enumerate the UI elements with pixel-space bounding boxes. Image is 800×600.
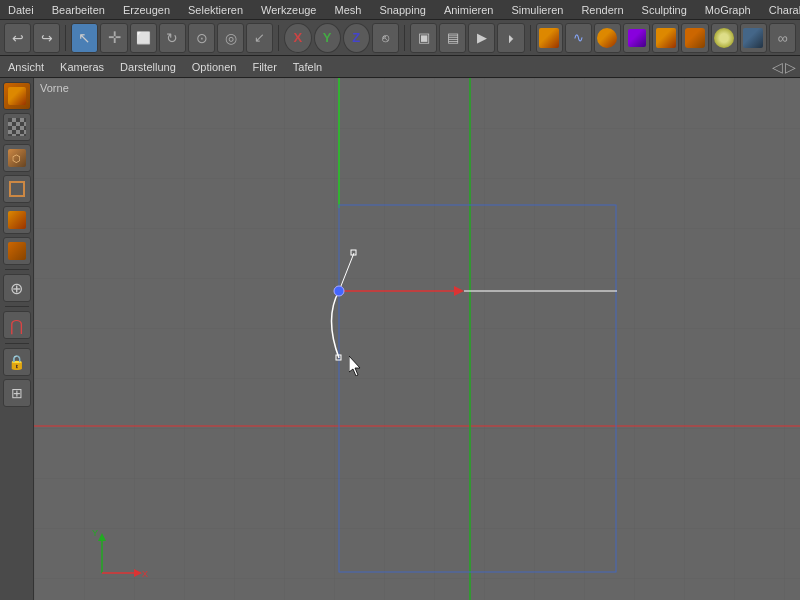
lock-icon: 🔒 <box>8 354 25 370</box>
move-button[interactable]: ✛ <box>100 23 127 53</box>
y-axis-icon: Y <box>323 30 332 45</box>
grid-tool-btn[interactable]: ⊞ <box>3 379 31 407</box>
select3-icon: ◎ <box>225 30 237 46</box>
menu-selektieren[interactable]: Selektieren <box>184 4 247 16</box>
menu-bar: Datei Bearbeiten Erzeugen Selektieren We… <box>0 0 800 20</box>
spline-button[interactable]: ∿ <box>565 23 592 53</box>
render-full-button[interactable]: ▶ <box>468 23 495 53</box>
sidebar-sep-2 <box>5 306 29 307</box>
view-toolbar: Ansicht Kameras Darstellung Optionen Fil… <box>0 56 800 78</box>
select2-button[interactable]: ⊙ <box>188 23 215 53</box>
viewport-canvas: Y X <box>34 78 800 600</box>
menu-snapping[interactable]: Snapping <box>375 4 430 16</box>
rotate-icon: ↻ <box>166 30 178 46</box>
render-view-button[interactable]: ▤ <box>439 23 466 53</box>
hair-button[interactable] <box>652 23 679 53</box>
spline-point <box>334 286 344 296</box>
view-optionen[interactable]: Optionen <box>188 61 241 73</box>
menu-mograph[interactable]: MoGraph <box>701 4 755 16</box>
axis-x-label: X <box>142 569 148 579</box>
scale-icon: ⬜ <box>136 31 151 45</box>
menu-erzeugen[interactable]: Erzeugen <box>119 4 174 16</box>
select2-icon: ⊙ <box>196 30 208 46</box>
parent-icon: ⎋ <box>382 31 389 45</box>
grid-icon: ⊞ <box>11 385 23 401</box>
camera-button[interactable] <box>681 23 708 53</box>
menu-rendern[interactable]: Rendern <box>577 4 627 16</box>
menu-bearbeiten[interactable]: Bearbeiten <box>48 4 109 16</box>
view-darstellung[interactable]: Darstellung <box>116 61 180 73</box>
z-axis-button[interactable]: Z <box>343 23 370 53</box>
light-button[interactable] <box>711 23 738 53</box>
light-icon <box>714 28 734 48</box>
infinity-button[interactable]: ∞ <box>769 23 796 53</box>
sep-3 <box>404 25 405 51</box>
generator-button[interactable] <box>594 23 621 53</box>
scene-button[interactable] <box>740 23 767 53</box>
model-mode-tool[interactable] <box>3 82 31 110</box>
move-tool-btn[interactable]: ⊕ <box>3 274 31 302</box>
undo-icon: ↩ <box>12 30 24 46</box>
transform-icon: ↙ <box>254 30 265 45</box>
magnet-tool-btn[interactable]: ⋂ <box>3 311 31 339</box>
main-area: ⬡ ⊕ ⋂ 🔒 ⊞ <box>0 78 800 600</box>
menu-mesh[interactable]: Mesh <box>330 4 365 16</box>
x-axis-icon: X <box>294 30 303 45</box>
x-axis-button[interactable]: X <box>284 23 311 53</box>
texture-icon <box>8 118 26 136</box>
box-mode-tool[interactable] <box>3 175 31 203</box>
scene-icon <box>743 28 763 48</box>
transform-button[interactable]: ↙ <box>246 23 273 53</box>
render-region-button[interactable]: ▣ <box>410 23 437 53</box>
expand-icon: ◁ <box>772 59 783 75</box>
left-sidebar: ⬡ ⊕ ⋂ 🔒 ⊞ <box>0 78 34 600</box>
render-view-icon: ▤ <box>447 30 459 45</box>
menu-simulieren[interactable]: Simulieren <box>507 4 567 16</box>
view-filter[interactable]: Filter <box>248 61 280 73</box>
scene-mode-tool[interactable] <box>3 237 31 265</box>
rotate-button[interactable]: ↻ <box>159 23 186 53</box>
sidebar-sep-3 <box>5 343 29 344</box>
box-icon <box>9 181 25 197</box>
main-toolbar: ↩ ↪ ↖ ✛ ⬜ ↻ ⊙ ◎ ↙ X Y Z ⎋ ▣ ▤ <box>0 20 800 56</box>
cross-arrow-icon: ⊕ <box>10 279 23 298</box>
mesh-mode-tool[interactable]: ⬡ <box>3 144 31 172</box>
scale-button[interactable]: ⬜ <box>130 23 157 53</box>
view-tafeln[interactable]: Tafeln <box>289 61 326 73</box>
lock-tool-btn[interactable]: 🔒 <box>3 348 31 376</box>
cube-button[interactable] <box>536 23 563 53</box>
move-icon: ✛ <box>108 28 121 47</box>
sep-1 <box>65 25 66 51</box>
menu-datei[interactable]: Datei <box>4 4 38 16</box>
deformer-button[interactable] <box>623 23 650 53</box>
parent-button[interactable]: ⎋ <box>372 23 399 53</box>
menu-charak[interactable]: Charak <box>765 4 800 16</box>
spline-icon: ∿ <box>573 30 584 45</box>
render-full-icon: ▶ <box>477 30 487 45</box>
undo-button[interactable]: ↩ <box>4 23 31 53</box>
generator-icon <box>597 28 617 48</box>
y-axis-button[interactable]: Y <box>314 23 341 53</box>
select3-button[interactable]: ◎ <box>217 23 244 53</box>
view-ansicht[interactable]: Ansicht <box>4 61 48 73</box>
redo-button[interactable]: ↪ <box>33 23 60 53</box>
z-axis-icon: Z <box>352 30 360 45</box>
render-region-icon: ▣ <box>418 30 430 45</box>
camera-icon <box>685 28 705 48</box>
viewport-expand-buttons[interactable]: ◁ ▷ <box>772 59 796 75</box>
object-mode-tool[interactable] <box>3 206 31 234</box>
viewport[interactable]: Vorne <box>34 78 800 600</box>
render-anim-icon: ⏵ <box>506 32 517 44</box>
deformer-icon <box>628 29 646 47</box>
texture-mode-tool[interactable] <box>3 113 31 141</box>
object-icon <box>8 211 26 229</box>
select-button[interactable]: ↖ <box>71 23 98 53</box>
view-kameras[interactable]: Kameras <box>56 61 108 73</box>
menu-werkzeuge[interactable]: Werkzeuge <box>257 4 320 16</box>
menu-sculpting[interactable]: Sculpting <box>638 4 691 16</box>
menu-animieren[interactable]: Animieren <box>440 4 498 16</box>
cube-icon <box>539 28 559 48</box>
render-anim-button[interactable]: ⏵ <box>497 23 524 53</box>
sep-4 <box>530 25 531 51</box>
mesh-icon: ⬡ <box>8 149 26 167</box>
